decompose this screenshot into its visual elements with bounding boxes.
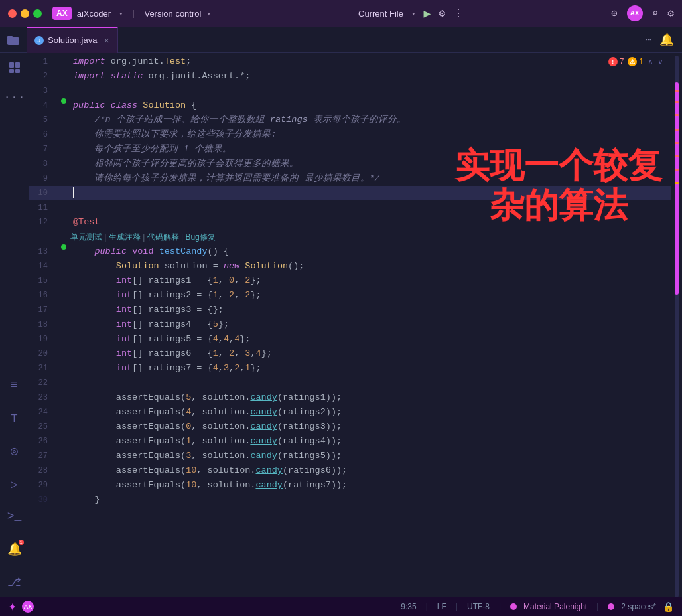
- line-content: [70, 376, 682, 390]
- tab-close-icon[interactable]: ×: [103, 35, 109, 46]
- line-content: /*n 个孩子站成一排。给你一个整数数组 ratings 表示每个孩子的评分。: [70, 113, 682, 127]
- sidebar-list-icon[interactable]: ≡: [11, 378, 18, 392]
- scrollbar-thumb[interactable]: [675, 82, 679, 295]
- line-content: int[] ratings7 = {4,3,2,1};: [70, 361, 682, 376]
- code-line: 17 int[] ratings3 = {};: [29, 303, 682, 317]
- line-number: 13: [29, 244, 57, 259]
- bug-fix-link[interactable]: Bug修复: [185, 232, 215, 242]
- line-content: import static org.junit.Assert.*;: [70, 69, 682, 84]
- debug-icon[interactable]: ⚙: [439, 7, 445, 20]
- folder-icon[interactable]: [0, 27, 27, 53]
- sidebar-pin-icon[interactable]: ⊤: [11, 410, 18, 425]
- sidebar-play-circle-icon[interactable]: ◎: [11, 443, 18, 458]
- line-number: 1: [29, 54, 57, 69]
- annotation-line: @Test: [70, 215, 100, 230]
- test-actions-bar[interactable]: 单元测试 | 生成注释 | 代码解释 | Bug修复: [70, 230, 216, 244]
- scrollbar-error-mark: [675, 142, 679, 144]
- main-layout: ··· ≡ ⊤ ◎ ▷ >_ 🔔 1 ⎇ ! 7 ⚠ 1 ∧ ∨ 实现一个较复杂: [0, 53, 682, 597]
- more-options-icon[interactable]: ⋮: [453, 7, 464, 20]
- line-number: 15: [29, 273, 57, 288]
- app-name-chevron-icon[interactable]: ▾: [119, 9, 123, 18]
- version-control-label[interactable]: Version control: [144, 9, 201, 19]
- statusbar-utf8[interactable]: UTF-8: [467, 602, 490, 611]
- line-number: 10: [29, 186, 57, 200]
- maximize-button[interactable]: [33, 9, 42, 18]
- statusbar-logo: AX: [22, 601, 34, 613]
- minimize-button[interactable]: [21, 9, 29, 18]
- scrollbar-error-mark: [675, 114, 679, 116]
- error-badge: ! 7: [608, 57, 624, 66]
- statusbar-spaces[interactable]: 2 spaces*: [621, 602, 656, 611]
- statusbar-left: ✦ AX: [8, 601, 34, 613]
- tabbar: J Solution.java × ⋯ 🔔: [0, 27, 682, 53]
- titlebar: AX aiXcoder ▾ | Version control ▾ Curren…: [0, 0, 682, 27]
- statusbar-theme[interactable]: Material Palenight: [523, 602, 587, 611]
- line-content: [70, 200, 682, 215]
- version-control-chevron-icon[interactable]: ▾: [206, 9, 211, 18]
- tab-solution-java[interactable]: J Solution.java ×: [27, 27, 118, 53]
- code-container[interactable]: 1 import org.junit.Test; 2 import static…: [29, 53, 682, 597]
- scrollbar-error-mark: [675, 169, 679, 171]
- code-line: 28 assertEquals(10, solution.candy(ratin…: [29, 463, 682, 478]
- svg-rect-4: [9, 69, 14, 73]
- code-line: 7 每个孩子至少分配到 1 个糖果。: [29, 142, 682, 157]
- sidebar-dots-icon[interactable]: ···: [3, 91, 25, 104]
- run-button[interactable]: ▶: [424, 6, 431, 21]
- code-line: 19 int[] ratings5 = {4,4,4};: [29, 332, 682, 346]
- code-line: 13 public void testCandy() {: [29, 244, 682, 259]
- line-content: 请你给每个孩子分发糖果，计算并返回需要准备的 最少糖果数目。*/: [70, 171, 682, 186]
- line-number: 3: [29, 84, 57, 98]
- settings-icon[interactable]: ⚙: [667, 7, 674, 20]
- scrollbar-error-mark: [675, 155, 679, 157]
- sidebar-run-icon[interactable]: ▷: [11, 477, 18, 491]
- svg-rect-2: [9, 62, 14, 68]
- line-content: 相邻两个孩子评分更高的孩子会获得更多的糖果。: [70, 157, 682, 171]
- line-content: assertEquals(10, solution.candy(ratings6…: [70, 463, 682, 478]
- scrollbar-error-mark: [675, 101, 679, 103]
- code-line: 11: [29, 200, 682, 215]
- statusbar-lf[interactable]: LF: [437, 602, 446, 611]
- code-explain-link[interactable]: 代码解释: [147, 232, 179, 242]
- editor-area[interactable]: ! 7 ⚠ 1 ∧ ∨ 实现一个较复杂的算法 1 import org.juni…: [29, 53, 682, 597]
- unit-test-link[interactable]: 单元测试: [70, 232, 102, 242]
- error-count: 7: [620, 57, 624, 66]
- code-line: 18 int[] ratings4 = {5};: [29, 317, 682, 332]
- expand-icon[interactable]: ∨: [657, 57, 663, 66]
- gutter-dot: [61, 98, 66, 104]
- notification-badge: 1: [19, 540, 24, 545]
- tab-more-icon[interactable]: ⋯: [645, 33, 651, 46]
- theme-color-dot: [510, 603, 517, 610]
- current-file-label[interactable]: Current File: [358, 9, 403, 19]
- line-content: int[] ratings3 = {};: [70, 303, 682, 317]
- close-button[interactable]: [8, 9, 17, 18]
- generate-comment-link[interactable]: 生成注释: [109, 232, 141, 242]
- line-content: assertEquals(10, solution.candy(ratings7…: [70, 478, 682, 493]
- line-number: 19: [29, 332, 57, 346]
- scrollbar-error-mark: [675, 90, 679, 92]
- svg-rect-3: [15, 62, 20, 68]
- line-content: 每个孩子至少分配到 1 个糖果。: [70, 142, 682, 157]
- sidebar-file-explorer-icon[interactable]: [8, 61, 21, 78]
- collapse-icon[interactable]: ∧: [648, 57, 653, 66]
- sidebar-terminal-icon[interactable]: >_: [7, 510, 22, 523]
- line-number: 26: [29, 434, 57, 449]
- warning-count: 1: [639, 57, 644, 66]
- app-logo: AX: [52, 7, 72, 20]
- scrollbar[interactable]: [671, 53, 682, 597]
- warning-badge: ⚠ 1: [628, 57, 644, 66]
- line-content: 你需要按照以下要求，给这些孩子分发糖果:: [70, 127, 682, 142]
- line-content: assertEquals(0, solution.candy(ratings3)…: [70, 420, 682, 434]
- sidebar-git-icon[interactable]: ⎇: [7, 575, 21, 589]
- line-number: 7: [29, 142, 57, 157]
- current-file-chevron-icon[interactable]: ▾: [411, 9, 416, 18]
- app-name-label: aiXcoder: [77, 9, 111, 19]
- code-line: 25 assertEquals(0, solution.candy(rating…: [29, 420, 682, 434]
- search-icon[interactable]: ⌕: [652, 7, 659, 20]
- add-user-icon[interactable]: ⊕: [611, 7, 618, 20]
- sidebar-badge-area: 🔔 1: [7, 542, 22, 562]
- line-number: 16: [29, 288, 57, 303]
- line-number: 5: [29, 113, 57, 127]
- statusbar: ✦ AX 9:35 | LF | UTF-8 | Material Paleni…: [0, 597, 682, 616]
- notification-bell-icon[interactable]: 🔔: [659, 33, 674, 47]
- avatar[interactable]: AX: [627, 5, 643, 21]
